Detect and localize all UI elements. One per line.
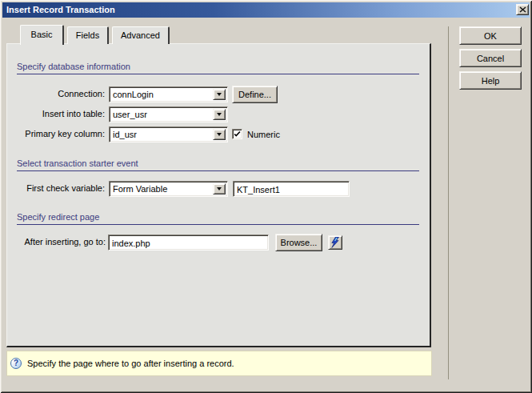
tab-basic[interactable]: Basic: [20, 25, 64, 45]
connection-combobox[interactable]: connLogin: [109, 86, 228, 102]
primary-key-column-label: Primary key column:: [7, 129, 105, 138]
first-check-variable-value: Form Variable: [113, 183, 211, 195]
numeric-checkbox[interactable]: [232, 129, 242, 139]
chevron-down-icon: [217, 187, 222, 190]
help-button[interactable]: Help: [459, 71, 522, 90]
chevron-down-icon: [217, 113, 222, 116]
check-icon: [233, 130, 242, 138]
insert-into-table-value: user_usr: [113, 109, 211, 121]
insert-into-table-dropdown-button[interactable]: [213, 109, 226, 120]
close-icon: [519, 6, 526, 13]
first-check-variable-label: First check variable:: [7, 183, 105, 193]
insert-into-table-combobox[interactable]: user_usr: [109, 106, 228, 122]
window-title: Insert Record Transaction: [6, 5, 115, 14]
primary-key-column-value: id_usr: [113, 129, 211, 141]
help-question-icon: ?: [10, 358, 22, 369]
variable-name-input[interactable]: [233, 181, 350, 197]
vertical-separator: [448, 26, 449, 379]
tab-basic-label: Basic: [31, 30, 53, 39]
connection-label: Connection:: [7, 89, 105, 98]
tab-advanced-label: Advanced: [121, 30, 160, 40]
tab-advanced[interactable]: Advanced: [112, 26, 170, 44]
insert-record-transaction-dialog: Insert Record Transaction Basic Fields A…: [0, 0, 532, 393]
chevron-down-icon: [217, 133, 222, 136]
titlebar[interactable]: Insert Record Transaction: [2, 2, 530, 18]
lightning-bolt-icon: [330, 237, 340, 248]
numeric-checkbox-label[interactable]: Numeric: [247, 130, 280, 139]
primary-key-dropdown-button[interactable]: [213, 129, 226, 140]
close-button[interactable]: [516, 4, 529, 15]
insert-into-table-label: Insert into table:: [7, 109, 105, 118]
tab-fields-label: Fields: [76, 30, 99, 40]
browse-button[interactable]: Browse...: [275, 234, 322, 251]
redirect-page-input[interactable]: [108, 235, 269, 251]
first-check-variable-combobox[interactable]: Form Variable: [109, 181, 228, 197]
status-text: Specify the page where to go after inser…: [27, 359, 234, 368]
chevron-down-icon: [217, 93, 222, 96]
dynamic-data-button[interactable]: [328, 235, 342, 250]
first-check-dropdown-button[interactable]: [213, 183, 226, 194]
primary-key-column-combobox[interactable]: id_usr: [109, 126, 228, 142]
basic-tab-panel: Specify database information Connection:…: [6, 43, 431, 347]
cancel-button[interactable]: Cancel: [459, 49, 522, 67]
after-inserting-goto-label: After inserting, go to:: [7, 237, 106, 247]
define-button[interactable]: Define...: [232, 86, 278, 103]
tab-fields[interactable]: Fields: [67, 26, 109, 44]
connection-dropdown-button[interactable]: [213, 89, 226, 100]
connection-value: connLogin: [113, 89, 211, 101]
database-section-header: Specify database information: [17, 62, 419, 74]
ok-button[interactable]: OK: [459, 26, 522, 45]
redirect-section-header: Specify redirect page: [17, 212, 419, 225]
starter-section-header: Select transaction starter event: [17, 158, 419, 171]
status-bar: ? Specify the page where to go after ins…: [6, 351, 432, 376]
